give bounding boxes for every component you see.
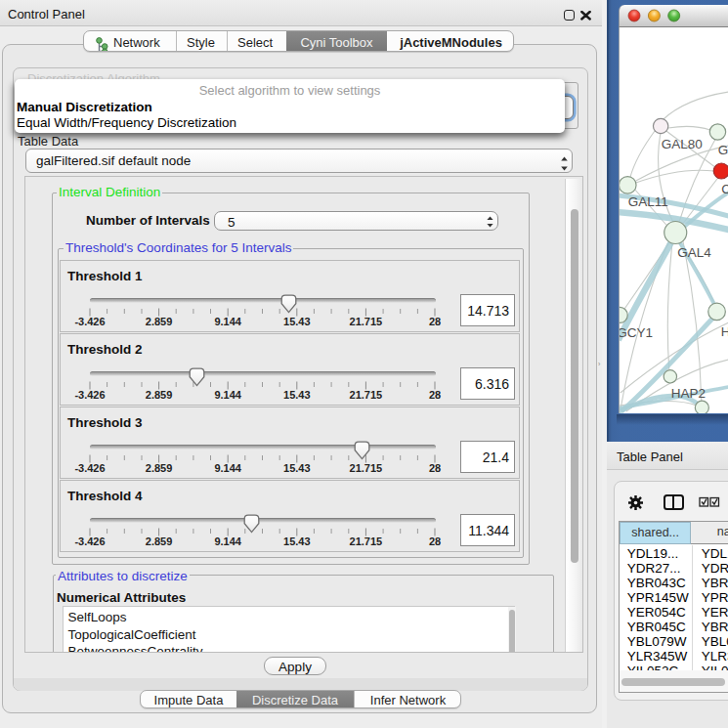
svg-text:GAL80: GAL80 <box>661 137 702 151</box>
svg-text:GAL11: GAL11 <box>627 194 667 209</box>
svg-text:HAP2: HAP2 <box>670 386 705 401</box>
svg-text:GA: GA <box>717 143 728 157</box>
svg-text:H: H <box>720 324 728 339</box>
svg-text:GCY1: GCY1 <box>620 325 653 340</box>
svg-text:C: C <box>721 182 728 196</box>
svg-text:GAL4: GAL4 <box>677 245 711 260</box>
